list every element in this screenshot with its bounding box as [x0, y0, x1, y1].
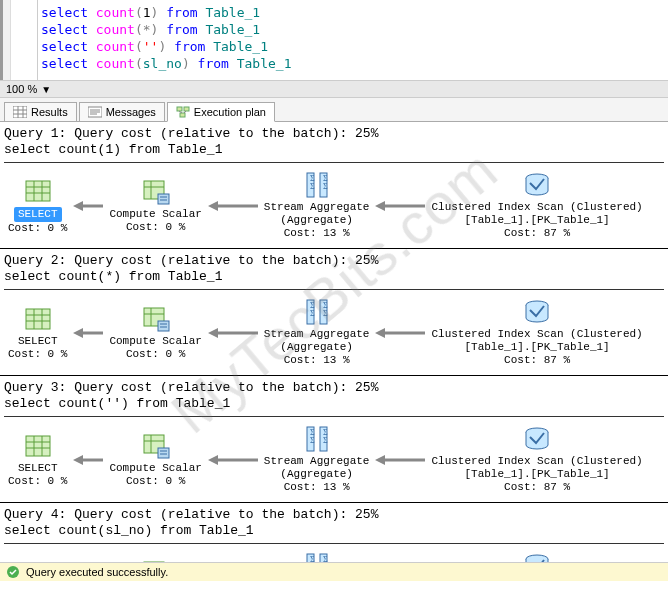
sql-line[interactable]: select count(*) from Table_1 — [41, 21, 660, 38]
query-block: Query 3: Query cost (relative to the bat… — [0, 376, 668, 503]
tab-execution-plan[interactable]: Execution plan — [167, 102, 275, 122]
sql-line[interactable]: select count(1) from Table_1 — [41, 4, 660, 21]
svg-marker-27 — [73, 455, 83, 465]
arrow-icon — [208, 327, 258, 339]
sql-line[interactable]: select count('') from Table_1 — [41, 38, 660, 55]
arrow-icon — [375, 327, 425, 339]
op-select[interactable]: SELECTCost: 0 % — [8, 559, 67, 563]
plan-row: SELECTCost: 0 % Compute ScalarCost: 0 % … — [4, 290, 664, 371]
tabs-bar: Results Messages Execution plan — [0, 98, 668, 122]
arrow-icon — [208, 454, 258, 466]
plan-icon — [176, 106, 190, 118]
op-stream-aggregate[interactable]: Stream Aggregate(Aggregate)Cost: 13 % — [264, 552, 370, 562]
plan-row: SELECTCost: 0 % Compute ScalarCost: 0 % … — [4, 163, 664, 244]
sql-line[interactable]: select count(sl_no) from Table_1 — [41, 55, 660, 72]
arrow-icon — [73, 327, 103, 339]
op-compute-scalar[interactable]: Compute ScalarCost: 0 % — [109, 178, 201, 234]
op-select[interactable]: SELECTCost: 0 % — [8, 432, 67, 488]
svg-rect-10 — [184, 107, 189, 111]
svg-marker-15 — [73, 201, 83, 211]
query-header: Query 1: Query cost (relative to the bat… — [4, 124, 664, 160]
op-stream-aggregate[interactable]: Stream Aggregate(Aggregate)Cost: 13 % — [264, 171, 370, 240]
chevron-down-icon[interactable]: ▼ — [41, 84, 51, 95]
op-select[interactable]: SELECTCost: 0 % — [8, 177, 67, 235]
message-icon — [88, 106, 102, 118]
arrow-icon — [375, 200, 425, 212]
svg-rect-9 — [177, 107, 182, 111]
op-clustered-index-scan[interactable]: Clustered Index Scan (Clustered)[Table_1… — [431, 552, 642, 562]
plan-row: SELECTCost: 0 % Compute ScalarCost: 0 % … — [4, 417, 664, 498]
execution-plan-panel[interactable]: Query 1: Query cost (relative to the bat… — [0, 122, 668, 562]
arrow-icon — [73, 454, 103, 466]
editor-gutter — [3, 0, 38, 80]
tab-messages[interactable]: Messages — [79, 102, 165, 121]
svg-marker-31 — [375, 455, 385, 465]
svg-marker-29 — [208, 455, 218, 465]
grid-icon — [13, 106, 27, 118]
query-header: Query 2: Query cost (relative to the bat… — [4, 251, 664, 287]
svg-rect-11 — [180, 113, 185, 117]
op-compute-scalar[interactable]: Compute ScalarCost: 0 % — [109, 305, 201, 361]
op-stream-aggregate[interactable]: Stream Aggregate(Aggregate)Cost: 13 % — [264, 298, 370, 367]
arrow-icon — [208, 200, 258, 212]
svg-marker-23 — [208, 328, 218, 338]
svg-marker-19 — [375, 201, 385, 211]
tab-results-label: Results — [31, 106, 68, 118]
query-block: Query 1: Query cost (relative to the bat… — [0, 122, 668, 249]
svg-marker-21 — [73, 328, 83, 338]
success-icon — [6, 565, 20, 579]
zoom-bar: 100 % ▼ — [0, 80, 668, 98]
sql-editor[interactable]: select count(1) from Table_1select count… — [0, 0, 668, 80]
plan-row: SELECTCost: 0 % Compute ScalarCost: 0 % … — [4, 544, 664, 562]
op-select[interactable]: SELECTCost: 0 % — [8, 305, 67, 361]
svg-marker-25 — [375, 328, 385, 338]
zoom-value[interactable]: 100 % — [6, 83, 37, 95]
op-clustered-index-scan[interactable]: Clustered Index Scan (Clustered)[Table_1… — [431, 425, 642, 494]
query-block: Query 2: Query cost (relative to the bat… — [0, 249, 668, 376]
query-header: Query 4: Query cost (relative to the bat… — [4, 505, 664, 541]
status-bar: Query executed successfully. — [0, 562, 668, 581]
arrow-icon — [375, 454, 425, 466]
tab-results[interactable]: Results — [4, 102, 77, 121]
tab-messages-label: Messages — [106, 106, 156, 118]
query-header: Query 3: Query cost (relative to the bat… — [4, 378, 664, 414]
svg-rect-0 — [13, 106, 27, 118]
arrow-icon — [73, 200, 103, 212]
op-clustered-index-scan[interactable]: Clustered Index Scan (Clustered)[Table_1… — [431, 171, 642, 240]
tab-exec-plan-label: Execution plan — [194, 106, 266, 118]
svg-marker-17 — [208, 201, 218, 211]
op-compute-scalar[interactable]: Compute ScalarCost: 0 % — [109, 559, 201, 563]
op-stream-aggregate[interactable]: Stream Aggregate(Aggregate)Cost: 13 % — [264, 425, 370, 494]
op-clustered-index-scan[interactable]: Clustered Index Scan (Clustered)[Table_1… — [431, 298, 642, 367]
query-block: Query 4: Query cost (relative to the bat… — [0, 503, 668, 562]
status-text: Query executed successfully. — [26, 566, 168, 578]
op-compute-scalar[interactable]: Compute ScalarCost: 0 % — [109, 432, 201, 488]
